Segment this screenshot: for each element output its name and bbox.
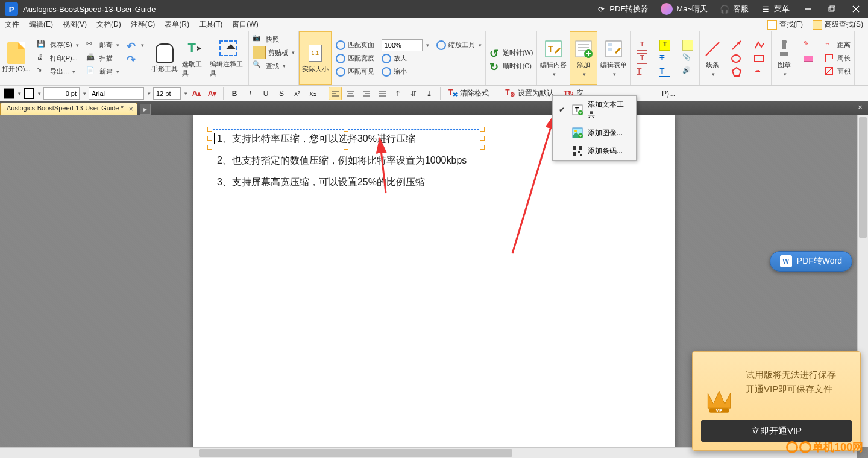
fit-visible-button[interactable]: 匹配可见 (332, 65, 378, 78)
area-button[interactable]: 面积 (820, 65, 854, 78)
rect-shape-button[interactable] (750, 52, 769, 65)
sound-button[interactable]: 🔊 (679, 65, 697, 78)
sticky-note-button[interactable] (679, 39, 697, 52)
text-callout-button[interactable]: T (633, 52, 651, 65)
fit-width-button[interactable]: 匹配宽度 (332, 52, 378, 65)
perimeter-button[interactable]: 周长 (820, 52, 854, 65)
menu-window[interactable]: 窗口(W) (227, 18, 263, 31)
subscript-button[interactable]: x₂ (306, 87, 319, 100)
save-button[interactable]: 💾保存(S)▾ (33, 39, 83, 52)
close-all-tabs-button[interactable]: × (855, 103, 866, 112)
export-button[interactable]: ⇲导出...▾ (33, 65, 83, 78)
scan-button[interactable]: 📠扫描 (83, 52, 123, 65)
eraser-button[interactable] (800, 52, 818, 65)
align-justify-button[interactable] (376, 87, 389, 100)
underline-button-fmt[interactable]: U (259, 87, 272, 100)
minimize-button[interactable] (796, 0, 820, 18)
resize-handle-tr[interactable] (480, 127, 485, 132)
new-button[interactable]: 📄新建▾ (83, 65, 123, 78)
print-button[interactable]: 🖨打印(P)... (33, 52, 83, 65)
support-button[interactable]: 🎧 客服 (714, 0, 755, 18)
clipboard-button[interactable]: 剪贴板▾ (249, 46, 298, 59)
oval-shape-button[interactable] (728, 52, 746, 65)
align-top-button[interactable]: ⤒ (391, 87, 404, 100)
page-text-line-1[interactable]: 1、支持比特率压缩，您可以选择30%进行压缩 (217, 133, 415, 145)
attach-file-button[interactable]: 📎 (679, 52, 697, 65)
rotate-cw-button[interactable]: ↻顺时针(C) (486, 59, 537, 72)
maximize-button[interactable] (820, 0, 844, 18)
resize-handle-bm[interactable] (344, 145, 348, 150)
edit-annotation-tool-button[interactable]: 编辑注释工具 (209, 31, 248, 85)
menu-tools[interactable]: 工具(T) (194, 18, 227, 31)
undo-button[interactable]: ↶▾ (123, 39, 148, 52)
arrow-shape-button[interactable] (728, 39, 746, 52)
strikeout-button[interactable]: T (656, 52, 674, 65)
edit-content-button[interactable]: T编辑内容▾ (537, 31, 570, 85)
resize-handle-bl[interactable] (207, 145, 212, 150)
add-image-item[interactable]: 添加图像... (553, 124, 636, 142)
mail-button[interactable]: ✉邮寄▾ (83, 39, 123, 52)
pdf-converter-button[interactable]: ⟳ PDF转换器 (590, 0, 655, 18)
clear-format-button[interactable]: T✖清除格式 (445, 87, 492, 100)
add-button[interactable]: 添加▾ (570, 31, 597, 85)
rotate-ccw-button[interactable]: ↺逆时针(W) (486, 46, 537, 59)
distance-button[interactable]: ↔距离 (820, 39, 854, 52)
pdf-to-word-button[interactable]: W PDF转Word (770, 251, 852, 272)
grow-font-button[interactable]: A▴ (190, 87, 203, 100)
hand-tool-button[interactable]: 手形工具 (148, 31, 181, 85)
page-text-line-2[interactable]: 2、也支持指定的数值压缩，例如将比特率设置为1000kbps (217, 154, 467, 167)
snapshot-button[interactable]: 📷快照 (249, 33, 298, 46)
stamp-button[interactable]: 图章▾ (772, 31, 797, 85)
polyline-shape-button[interactable] (750, 39, 769, 52)
align-left-button[interactable] (329, 87, 342, 100)
pencil-button[interactable]: ✎ (800, 39, 818, 52)
fit-page-button[interactable]: 匹配页面 (332, 39, 378, 52)
lines-button[interactable]: 线条▾ (700, 31, 725, 85)
resize-handle-ml[interactable] (207, 136, 212, 141)
zoom-in-button[interactable]: 缩小 (378, 65, 433, 78)
user-account-button[interactable]: Ma~晴天 (655, 0, 714, 18)
document-canvas[interactable]: 1、支持比特率压缩，您可以选择30%进行压缩 2、也支持指定的数值压缩，例如将比… (0, 115, 868, 458)
horizontal-scroll-thumb[interactable] (199, 449, 512, 457)
main-menu-button[interactable]: ☰ 菜单 (755, 0, 796, 18)
fill-color-swatch[interactable] (4, 88, 14, 99)
edit-form-button[interactable]: 编辑表单▾ (597, 31, 630, 85)
resize-handle-tl[interactable] (207, 127, 212, 132)
redo-button[interactable]: ↷ (123, 52, 148, 65)
menu-file[interactable]: 文件 (0, 18, 24, 31)
add-text-tool-item[interactable]: ✔ T 添加文本工具 (553, 96, 636, 124)
border-width-combo[interactable] (43, 87, 80, 100)
page-text-line-3[interactable]: 3、支持屏幕高宽压缩，可以设置25%的比例压缩 (217, 176, 425, 189)
align-right-button[interactable] (360, 87, 373, 100)
menu-annotate[interactable]: 注释(C) (126, 18, 160, 31)
pdf-page[interactable]: 1、支持比特率压缩，您可以选择30%进行压缩 2、也支持指定的数值压缩，例如将比… (193, 115, 675, 456)
add-barcode-item[interactable]: 添加条码... (553, 142, 636, 160)
set-default-button[interactable]: T⚙设置为默认 (502, 87, 557, 100)
actual-size-button[interactable]: 1:1实际大小 (299, 31, 332, 85)
font-family-combo[interactable] (89, 87, 144, 100)
resize-handle-tm[interactable] (344, 127, 348, 132)
bold-button[interactable]: B (228, 87, 241, 100)
open-vip-button[interactable]: 立即开通VIP (701, 420, 852, 442)
open-button[interactable]: 打开(O)... (0, 31, 33, 85)
text-box-button[interactable]: T (633, 39, 651, 52)
zoom-out-button[interactable]: 放大 (378, 52, 433, 65)
italic-button[interactable]: I (244, 87, 257, 100)
align-center-button[interactable] (344, 87, 357, 100)
align-middle-button[interactable]: ⇵ (407, 87, 420, 100)
cloud-shape-button[interactable]: ☁ (750, 65, 769, 78)
document-tab[interactable]: Auslogics-BoostSpeed-13-User-Guide * × (0, 103, 137, 115)
menu-document[interactable]: 文档(D) (92, 18, 126, 31)
superscript-button[interactable]: x² (291, 87, 304, 100)
find-button[interactable]: 查找(F) (763, 18, 808, 31)
shrink-font-button[interactable]: A▾ (206, 87, 219, 100)
zoom-tool-button[interactable]: 缩放工具▾ (433, 39, 485, 52)
zoom-percent-combo[interactable] (382, 39, 423, 51)
close-button[interactable] (844, 0, 868, 18)
font-size-combo[interactable] (153, 87, 181, 100)
menu-form[interactable]: 表单(R) (160, 18, 194, 31)
align-bottom-button[interactable]: ⤓ (423, 87, 436, 100)
polygon-shape-button[interactable] (728, 65, 746, 78)
text-underline-button[interactable]: T (633, 65, 651, 78)
select-tool-button[interactable]: T➤选取工具 (181, 31, 209, 85)
